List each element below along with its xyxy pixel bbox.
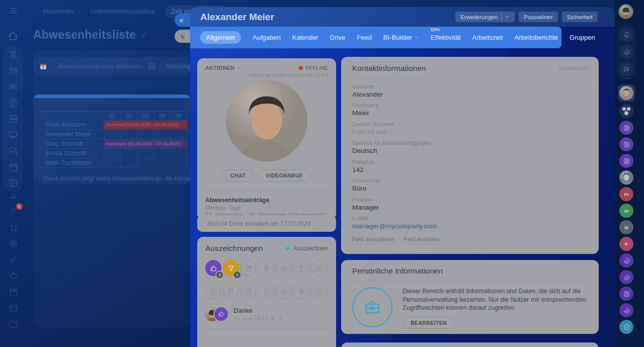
sidebar-item-chats-icon[interactable] [8,146,19,156]
messenger-icon[interactable] [619,62,633,76]
award-badge-money[interactable] [258,260,274,276]
absence-table-card: 0102030405Peter BressemKrankheit (01.09.… [33,95,190,184]
field-link[interactable]: Feld auswählen [352,236,394,244]
award-badge-star[interactable] [240,283,257,299]
award-badge-flag[interactable] [223,283,239,299]
recent-chat-m[interactable]: M [619,220,633,234]
award-badge-cake[interactable] [311,260,327,276]
award-badge-smiley[interactable] [311,283,327,299]
email-link[interactable]: manager@mycompany.com [352,222,588,230]
table-row[interactable]: Peter BressemKrankheit (01.09.2025 - 08.… [38,120,187,130]
sidebar-item-home[interactable] [7,30,19,42]
menu-icon[interactable] [8,6,19,15]
table-accent-strip [33,95,190,98]
award-badge-trophy[interactable]: 1 [223,260,239,276]
sidebar-item-news-icon[interactable] [8,65,19,76]
tab-aufgaben[interactable]: Aufgaben [253,34,281,41]
calendar-mini-icon[interactable] [39,62,47,70]
passwörter-button[interactable]: Passwörter [519,12,558,22]
recent-copilot-badge[interactable] [619,253,633,268]
absence-bar[interactable]: Konferenz (01.09.2025 - 07.09.2025) [104,140,187,148]
active-profile-avatar[interactable] [618,84,635,102]
sidebar-item-users-icon[interactable] [8,81,19,92]
award-badge-medal-1[interactable] [205,283,221,299]
sidebar-item-target-icon[interactable] [8,238,19,249]
field-link[interactable]: Feld erstellen [404,236,440,244]
employee-name-link[interactable]: Alexander Meier [38,130,104,139]
employee-name-link[interactable]: Oleg Schmidt [38,139,104,148]
sicherheit-button[interactable]: Sicherheit [562,12,598,22]
table-row[interactable]: Alexander Meier [38,130,187,139]
recent-avatar-cat[interactable] [619,170,633,185]
group-avatar[interactable] [619,104,633,118]
award-badge-heart[interactable] [258,283,274,299]
sidebar-icon-group [3,45,23,193]
sidebar-item-robot-icon[interactable] [8,271,19,281]
recent-chat-m[interactable]: M [619,204,633,218]
tab-allgemein[interactable]: Allgemein [200,31,241,44]
employee-name-link[interactable]: Emilia Schmidt [38,149,104,158]
recent-copilot-badge[interactable] [619,270,633,284]
tab-feed[interactable]: Feed [357,34,372,41]
sidebar-item-tasks-icon[interactable] [8,178,19,189]
pin-icon[interactable] [140,31,148,39]
day-column-header: 01 [104,112,121,120]
actions-menu[interactable]: AKTIONEN [205,65,240,71]
employee-name-link[interactable]: Mark Tischmann [38,158,104,167]
recent-contact-badge[interactable] [619,287,633,301]
sidebar-item-chart-icon[interactable] [8,190,19,201]
bell-icon[interactable] [619,28,633,42]
tab-arbeitszeit[interactable]: Arbeitszeit [472,34,503,41]
chat-button[interactable]: CHAT [222,169,254,182]
sidebar-item-pen-icon[interactable] [8,254,19,265]
sidebar-item-box-icon[interactable] [8,287,19,297]
video-call-button[interactable]: VIDEOANRUF [258,169,310,182]
recent-chat-p[interactable]: P [619,237,633,251]
tab-drive[interactable]: Drive [330,34,345,41]
profile-photo[interactable] [226,80,307,161]
current-user-avatar[interactable] [618,4,633,19]
absence-bar[interactable]: Krankheit (01.09.2025 - 08.09.2025) [104,121,187,129]
table-row[interactable]: Emilia Schmidt [38,149,187,158]
sidebar-item-calendar-icon[interactable] [8,162,19,172]
department-label: Abteilung: [165,63,190,70]
edit-link[interactable]: bearbeiten [559,65,588,72]
award-badge-thumbs-up[interactable]: 3 [205,260,221,276]
recent-contact-badge[interactable] [619,154,633,168]
employee-name-link[interactable]: Peter Bressem [38,120,104,129]
table-row[interactable]: Mark Tischmann [38,158,187,168]
sidebar-item-card-icon[interactable] [8,303,19,313]
award-badge-cocktail[interactable] [293,260,309,276]
award-badge-crown[interactable] [276,260,292,276]
tab-kalender[interactable]: Kalender [292,34,318,41]
sidebar-item-document-icon[interactable] [8,98,19,108]
sidebar-item-cart-icon[interactable] [8,222,19,233]
edit-personal-button[interactable]: BEARBEITEN [403,317,455,329]
recent-contact-badge[interactable] [619,137,633,151]
recent-check-square-badge[interactable] [619,320,633,334]
define-absence-checkbox[interactable] [148,63,155,69]
award-action[interactable]: Auszeichnen [284,245,328,252]
tab-gruppen[interactable]: Gruppen [570,34,595,41]
award-entry[interactable]: Danke 10. Juni 06:13 3 [205,307,328,321]
sidebar-item-pulse-icon[interactable] [8,49,19,60]
erweiterungen-button[interactable]: Erweiterungen [455,12,515,22]
copilot-icon[interactable] [619,45,633,59]
sidebar-item-funnel-icon[interactable]: 1 [8,206,19,217]
sidebar-item-display-icon[interactable] [8,130,19,140]
tab-bi-builder[interactable]: BI-Builder [383,34,419,41]
tab-arbeitsberichte[interactable]: Arbeitsberichte [514,34,558,41]
nav-item[interactable]: Unternehmensstruktur [84,5,161,18]
recent-contact-badge[interactable] [619,121,633,135]
table-row[interactable]: Oleg SchmidtKonferenz (01.09.2025 - 07.0… [38,139,187,149]
sidebar-item-folder-icon[interactable] [8,319,19,329]
sidebar-item-drive-icon[interactable] [8,114,19,124]
award-badge-beer[interactable] [276,283,292,299]
nav-item[interactable]: Mitarbeiter [37,5,80,18]
recent-chat-pi[interactable]: PI [619,187,633,201]
chevron-down-icon [415,35,419,40]
award-badge-gift[interactable] [240,260,257,276]
recent-copilot-badge[interactable] [619,303,633,317]
award-badge-flower[interactable] [293,283,309,299]
tab-effektivität[interactable]: 83%Effektivität [431,34,461,41]
